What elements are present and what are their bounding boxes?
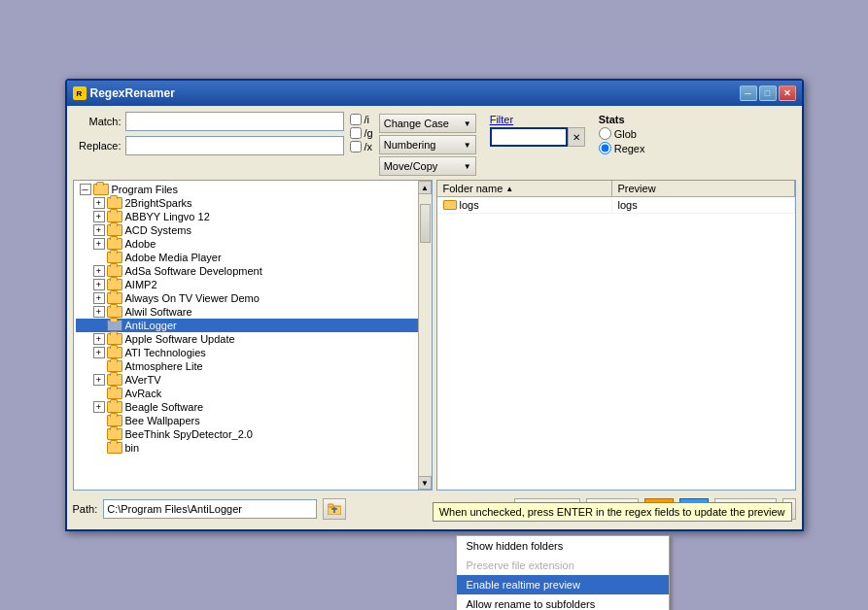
match-input[interactable]: [125, 112, 344, 131]
folder-icon: [107, 224, 122, 236]
tree-toggle[interactable]: +: [93, 333, 105, 345]
folder-icon: [107, 279, 122, 290]
tree-toggle[interactable]: +: [93, 265, 105, 277]
maximize-button[interactable]: □: [759, 85, 777, 101]
checkbox-i[interactable]: [350, 114, 362, 125]
list-item[interactable]: + 2BrightSparks: [76, 196, 430, 210]
list-item[interactable]: + ATI Technologies: [76, 346, 430, 359]
tree-toggle[interactable]: +: [93, 306, 105, 318]
tree-scrollbar: ▲ ▼: [418, 181, 432, 490]
list-item[interactable]: + Beagle Software: [76, 400, 430, 414]
checkbox-g-label: /g: [365, 127, 373, 139]
tree-toggle[interactable]: +: [93, 224, 105, 236]
list-item[interactable]: + Apple Software Update: [76, 332, 430, 346]
path-input[interactable]: [103, 499, 317, 519]
folder-icon: [107, 211, 122, 222]
tree-toggle[interactable]: +: [93, 238, 105, 250]
sort-arrow-icon: ▲: [505, 185, 513, 193]
main-window: R RegexRenamer ─ □ ✕ Match: Replace:: [65, 79, 804, 531]
glob-label: Glob: [614, 128, 637, 140]
scrollbar-track: [419, 194, 432, 476]
list-item[interactable]: + ACD Systems: [76, 223, 430, 237]
replace-input[interactable]: [125, 136, 344, 155]
tree-toggle[interactable]: +: [93, 374, 105, 386]
folder-icon: [107, 197, 122, 209]
list-item[interactable]: bin: [76, 441, 430, 455]
file-table: Folder name ▲ Preview logs logs: [436, 180, 796, 491]
move-copy-arrow-icon: ▼: [464, 162, 471, 171]
list-item[interactable]: + Adobe: [76, 237, 430, 251]
numbering-button[interactable]: Numbering ▼: [379, 135, 476, 154]
tree-toggle[interactable]: +: [93, 347, 105, 358]
table-row: logs logs: [437, 197, 795, 214]
tree-toggle-empty: [93, 415, 105, 426]
checkbox-g[interactable]: [350, 127, 362, 139]
list-item[interactable]: Atmosphere Lite: [76, 359, 430, 373]
folder-icon-selected: [107, 320, 122, 331]
folder-icon: [107, 360, 122, 372]
match-row: Match:: [73, 112, 344, 131]
replace-label: Replace:: [73, 140, 122, 152]
list-item[interactable]: + Always On TV Viewer Demo: [76, 291, 430, 305]
folder-icon: [107, 401, 122, 413]
scrollbar-thumb[interactable]: [420, 204, 431, 243]
list-item[interactable]: Bee Wallpapers: [76, 414, 430, 427]
list-item-antilogger[interactable]: AntiLogger: [76, 319, 430, 332]
options-dropdown-menu: Show hidden folders Preserve file extens…: [456, 535, 670, 610]
regex-radio-row: Regex: [599, 142, 645, 154]
tree-toggle-empty: [93, 428, 105, 440]
minimize-button[interactable]: ─: [740, 85, 757, 101]
scrollbar-up-button[interactable]: ▲: [418, 181, 432, 194]
tree-toggle-program-files[interactable]: ─: [80, 184, 91, 195]
browse-button[interactable]: [323, 498, 346, 520]
tree-item-program-files[interactable]: ─ Program Files: [76, 183, 430, 196]
checkbox-x-row: /x: [350, 141, 373, 152]
tree-toggle-empty: [93, 442, 105, 454]
tree-toggle[interactable]: +: [93, 292, 105, 304]
app-icon: R: [73, 86, 87, 100]
tree-toggle-empty: [93, 320, 105, 331]
tree-toggle[interactable]: +: [93, 279, 105, 290]
folder-icon: [107, 252, 122, 263]
replace-row: Replace:: [73, 136, 344, 155]
tree-toggle[interactable]: +: [93, 401, 105, 413]
tree-toggle[interactable]: +: [93, 211, 105, 222]
list-item-adobe-media-player[interactable]: Adobe Media Player: [76, 251, 430, 264]
window-content: Match: Replace: /i /g: [67, 106, 802, 529]
filter-clear-button[interactable]: ✕: [568, 127, 585, 147]
checkbox-i-label: /i: [365, 114, 370, 125]
list-item[interactable]: + Alwil Software: [76, 305, 430, 319]
regex-label: Regex: [614, 143, 645, 154]
menu-item-allow-rename[interactable]: Allow rename to subfolders: [457, 594, 669, 610]
tree-toggle[interactable]: +: [93, 197, 105, 209]
title-bar: R RegexRenamer ─ □ ✕: [67, 81, 802, 106]
scrollbar-down-button[interactable]: ▼: [418, 476, 432, 490]
filter-label[interactable]: Filter: [490, 114, 585, 125]
col-header-folder[interactable]: Folder name ▲: [437, 181, 612, 196]
list-item[interactable]: + AIMP2: [76, 278, 430, 291]
checkbox-x[interactable]: [350, 141, 362, 152]
change-case-button[interactable]: Change Case ▼: [379, 114, 476, 133]
list-item[interactable]: + AVerTV: [76, 373, 430, 387]
checkbox-g-row: /g: [350, 127, 373, 139]
split-area: ─ Program Files + 2BrightSparks +: [73, 180, 796, 491]
stats-label: Stats: [599, 114, 645, 125]
menu-item-enable-realtime[interactable]: Enable realtime preview: [457, 575, 669, 594]
move-copy-button[interactable]: Move/Copy ▼: [379, 156, 476, 176]
glob-radio[interactable]: [599, 127, 611, 140]
col-folder-label: Folder name: [443, 183, 503, 194]
title-bar-left: R RegexRenamer: [73, 86, 175, 100]
regex-radio[interactable]: [599, 142, 611, 154]
list-item[interactable]: + AdSa Software Development: [76, 264, 430, 278]
list-item[interactable]: BeeThink SpyDetector_2.0: [76, 427, 430, 441]
col-header-preview[interactable]: Preview: [612, 181, 795, 196]
close-button[interactable]: ✕: [779, 85, 796, 101]
filter-input[interactable]: [490, 127, 568, 147]
list-item[interactable]: + ABBYY Lingvo 12: [76, 210, 430, 223]
menu-item-show-hidden[interactable]: Show hidden folders: [457, 536, 669, 556]
change-case-arrow-icon: ▼: [464, 119, 471, 128]
tree-toggle-empty: [93, 360, 105, 372]
checkbox-x-label: /x: [365, 141, 373, 152]
list-item[interactable]: AvRack: [76, 387, 430, 400]
folder-icon: [107, 238, 122, 250]
